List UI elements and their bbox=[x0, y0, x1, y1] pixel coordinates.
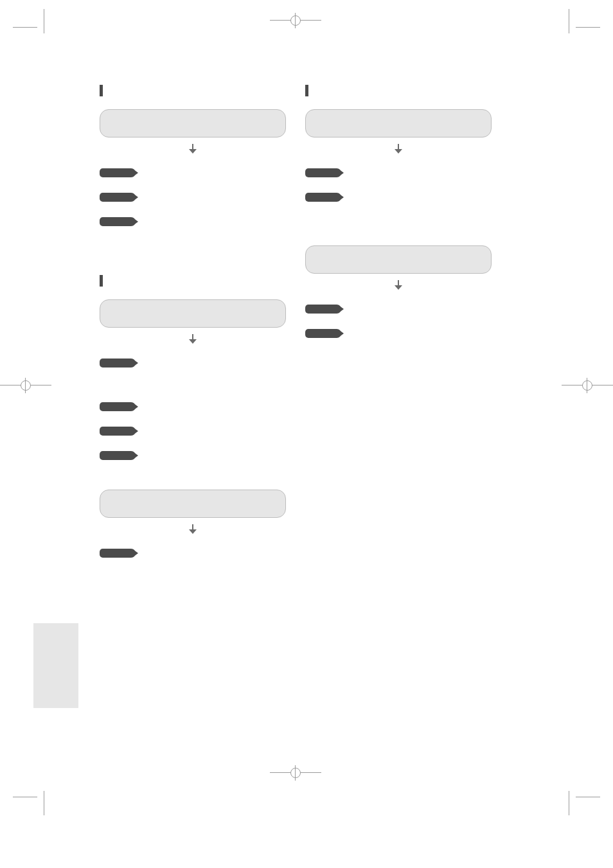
registration-mark-right bbox=[562, 379, 613, 392]
procedure-block bbox=[100, 490, 286, 568]
bullet-tag-icon bbox=[100, 402, 136, 411]
bullet-item bbox=[100, 397, 286, 416]
step-pill bbox=[305, 245, 492, 274]
registration-mark-left bbox=[0, 379, 51, 392]
bullet-tag-icon bbox=[100, 451, 136, 460]
bullet-item bbox=[100, 212, 286, 231]
page-edge-tab bbox=[33, 623, 78, 708]
bullet-item bbox=[305, 188, 492, 207]
step-pill bbox=[100, 490, 286, 518]
bullet-item bbox=[305, 299, 492, 319]
down-arrow-icon bbox=[391, 278, 406, 293]
bullet-tag-icon bbox=[100, 168, 136, 177]
step-pill bbox=[100, 109, 286, 137]
right-column bbox=[305, 85, 492, 587]
left-column bbox=[100, 85, 286, 587]
bullet-tag-icon bbox=[100, 359, 136, 368]
bullet-item bbox=[305, 324, 492, 343]
bullet-item bbox=[100, 544, 286, 563]
bullet-tag-icon bbox=[100, 217, 136, 226]
registration-mark-top bbox=[270, 14, 321, 27]
down-arrow-icon bbox=[185, 522, 200, 537]
bullet-item bbox=[100, 188, 286, 207]
procedure-block bbox=[305, 245, 492, 348]
bullet-tag-icon bbox=[305, 168, 341, 177]
heading-bar-icon bbox=[305, 85, 308, 96]
step-pill bbox=[100, 299, 286, 328]
section-heading bbox=[100, 85, 286, 96]
bullet-item bbox=[305, 163, 492, 182]
bullet-item bbox=[100, 421, 286, 441]
section-heading bbox=[100, 275, 286, 287]
procedure-block bbox=[100, 109, 286, 236]
registration-mark-bottom bbox=[270, 766, 321, 779]
procedure-block bbox=[100, 299, 286, 470]
bullet-tag-icon bbox=[100, 549, 136, 558]
heading-bar-icon bbox=[100, 275, 103, 287]
step-pill bbox=[305, 109, 492, 137]
bullet-tag-icon bbox=[305, 329, 341, 338]
bullet-item bbox=[100, 163, 286, 182]
heading-bar-icon bbox=[100, 85, 103, 96]
section-heading bbox=[305, 85, 492, 96]
down-arrow-icon bbox=[185, 332, 200, 347]
bullet-tag-icon bbox=[305, 305, 341, 314]
bullet-item bbox=[100, 446, 286, 465]
bullet-item bbox=[100, 353, 286, 373]
down-arrow-icon bbox=[391, 141, 406, 157]
down-arrow-icon bbox=[185, 141, 200, 157]
bullet-tag-icon bbox=[100, 193, 136, 202]
bullet-tag-icon bbox=[305, 193, 341, 202]
procedure-block bbox=[305, 109, 492, 212]
bullet-tag-icon bbox=[100, 427, 136, 436]
